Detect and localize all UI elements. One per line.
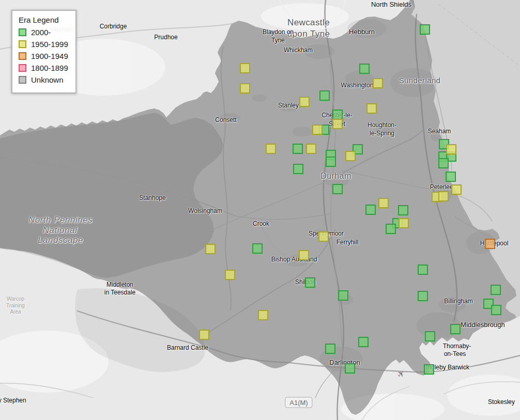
era-marker[interactable]	[332, 184, 343, 194]
era-marker[interactable]	[418, 291, 428, 301]
era-marker[interactable]	[359, 64, 370, 74]
era-marker[interactable]	[491, 285, 501, 295]
era-marker[interactable]	[266, 144, 276, 154]
legend-title: Era Legend	[19, 15, 68, 24]
era-marker[interactable]	[325, 344, 335, 354]
era-legend: Era Legend 2000-1950-19991900-19491800-1…	[11, 10, 77, 94]
era-marker[interactable]	[305, 277, 315, 288]
era-marker[interactable]	[446, 144, 456, 154]
legend-item: 2000-	[19, 28, 68, 37]
legend-item: 1900-1949	[19, 52, 68, 60]
era-marker[interactable]	[299, 97, 310, 107]
era-marker[interactable]	[312, 125, 323, 135]
era-marker[interactable]	[418, 265, 428, 275]
era-marker[interactable]	[252, 243, 263, 254]
era-marker[interactable]	[258, 310, 268, 320]
legend-swatch-icon	[19, 52, 26, 60]
legend-swatch-icon	[19, 28, 26, 36]
era-marker[interactable]	[378, 198, 389, 208]
legend-swatch-icon	[19, 40, 26, 48]
era-marker[interactable]	[365, 205, 376, 215]
legend-item: Unknown	[19, 75, 68, 84]
era-marker[interactable]	[420, 24, 430, 35]
era-marker[interactable]	[332, 119, 343, 129]
legend-item-label: 1950-1999	[31, 40, 68, 49]
era-marker[interactable]	[319, 90, 330, 101]
era-marker[interactable]	[299, 250, 309, 260]
era-marker[interactable]	[332, 110, 343, 120]
road-badge: A1(M)	[285, 397, 312, 408]
era-marker[interactable]	[240, 63, 250, 73]
legend-item-label: 1800-1899	[31, 64, 68, 72]
era-marker[interactable]	[386, 224, 396, 234]
map-canvas[interactable]: North ShieldsNewcastleupon TyneHebburnHe…	[0, 0, 520, 420]
era-marker[interactable]	[373, 78, 383, 88]
era-marker[interactable]	[345, 363, 355, 374]
era-marker[interactable]	[326, 157, 336, 167]
era-marker[interactable]	[358, 337, 369, 347]
era-marker[interactable]	[318, 231, 329, 242]
basemap-tiles	[0, 0, 520, 420]
era-marker[interactable]	[398, 205, 408, 215]
legend-item-label: Unknown	[31, 75, 64, 84]
era-marker[interactable]	[425, 331, 435, 341]
legend-swatch-icon	[19, 64, 26, 72]
legend-item-label: 1900-1949	[31, 52, 68, 60]
era-marker[interactable]	[451, 184, 462, 195]
era-marker[interactable]	[450, 324, 461, 334]
era-marker[interactable]	[485, 239, 495, 249]
era-marker[interactable]	[293, 164, 303, 174]
era-marker[interactable]	[345, 151, 356, 161]
era-marker[interactable]	[306, 144, 316, 154]
era-marker[interactable]	[438, 191, 449, 201]
era-marker[interactable]	[366, 103, 377, 114]
era-marker[interactable]	[446, 172, 456, 182]
legend-item: 1950-1999	[19, 40, 68, 49]
legend-items: 2000-1950-19991900-19491800-1899Unknown	[19, 28, 68, 84]
legend-item: 1800-1899	[19, 64, 68, 72]
era-marker[interactable]	[240, 83, 250, 94]
era-marker[interactable]	[338, 290, 348, 301]
era-marker[interactable]	[491, 305, 501, 315]
era-marker[interactable]	[293, 144, 303, 154]
era-marker[interactable]	[225, 270, 235, 280]
era-marker[interactable]	[438, 158, 449, 168]
era-marker[interactable]	[424, 364, 434, 375]
era-marker[interactable]	[199, 330, 209, 340]
legend-item-label: 2000-	[31, 28, 51, 37]
era-marker[interactable]	[399, 218, 409, 228]
legend-swatch-icon	[19, 76, 26, 84]
era-marker[interactable]	[205, 244, 216, 254]
